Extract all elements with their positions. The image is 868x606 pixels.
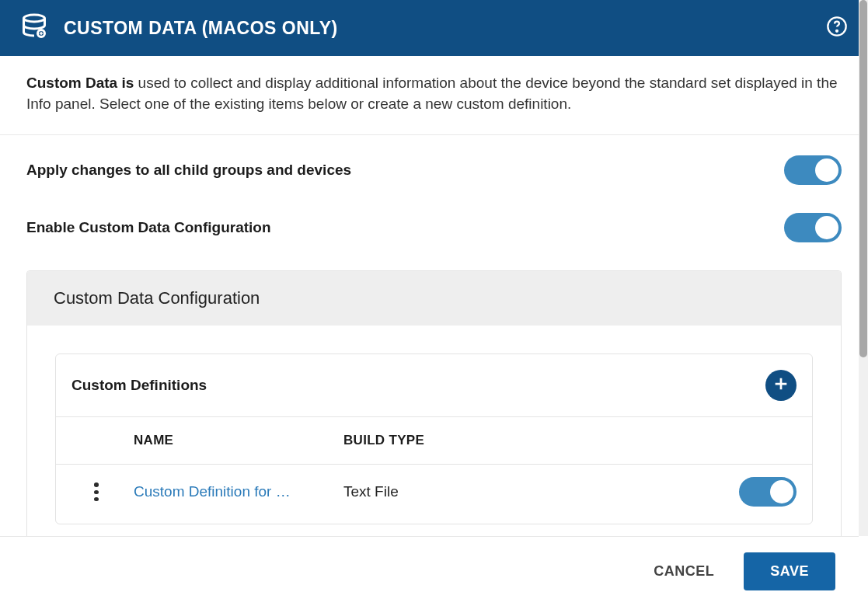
svg-point-3 (836, 30, 838, 32)
scrollbar-track[interactable] (859, 0, 868, 536)
table-row: Custom Definition for … Text File (56, 465, 812, 524)
scrollbar-thumb[interactable] (859, 0, 867, 357)
description-text: Custom Data is used to collect and displ… (0, 56, 868, 135)
setting-apply-children: Apply changes to all child groups and de… (26, 155, 842, 185)
apply-children-toggle[interactable] (784, 155, 842, 185)
setting-label: Enable Custom Data Configuration (26, 219, 271, 236)
plus-icon (772, 375, 790, 395)
definition-buildtype: Text File (343, 483, 703, 500)
setting-label: Apply changes to all child groups and de… (26, 162, 351, 179)
content-area: Custom Data is used to collect and displ… (0, 56, 868, 536)
description-bold: Custom Data is (26, 75, 134, 91)
header-left: CUSTOM DATA (MACOS ONLY) (20, 12, 338, 44)
definitions-card: Custom Definitions NAME BUILD TYPE (55, 354, 813, 524)
definition-enabled-toggle[interactable] (739, 477, 797, 507)
add-definition-button[interactable] (765, 370, 797, 401)
definitions-header: Custom Definitions (56, 354, 812, 417)
footer: CANCEL SAVE (0, 536, 859, 606)
page-header: CUSTOM DATA (MACOS ONLY) (0, 0, 868, 56)
cancel-button[interactable]: CANCEL (647, 552, 720, 590)
table-header: NAME BUILD TYPE (56, 417, 812, 465)
definition-name-link[interactable]: Custom Definition for … (134, 483, 312, 500)
config-panel-body: Custom Definitions NAME BUILD TYPE (27, 326, 841, 536)
page-title: CUSTOM DATA (MACOS ONLY) (64, 18, 338, 39)
column-header-buildtype: BUILD TYPE (343, 433, 703, 448)
config-panel: Custom Data Configuration Custom Definit… (26, 270, 842, 536)
settings-block: Apply changes to all child groups and de… (0, 135, 868, 242)
help-icon[interactable] (826, 16, 848, 40)
column-header-name: NAME (134, 433, 343, 448)
setting-enable-config: Enable Custom Data Configuration (26, 213, 842, 242)
description-rest: used to collect and display additional i… (26, 75, 838, 112)
enable-config-toggle[interactable] (784, 213, 842, 242)
database-icon (20, 12, 48, 44)
config-panel-title: Custom Data Configuration (27, 271, 841, 326)
definitions-title: Custom Definitions (71, 377, 207, 394)
row-actions-menu[interactable] (87, 482, 106, 501)
save-button[interactable]: SAVE (744, 552, 835, 590)
svg-point-0 (24, 15, 45, 22)
